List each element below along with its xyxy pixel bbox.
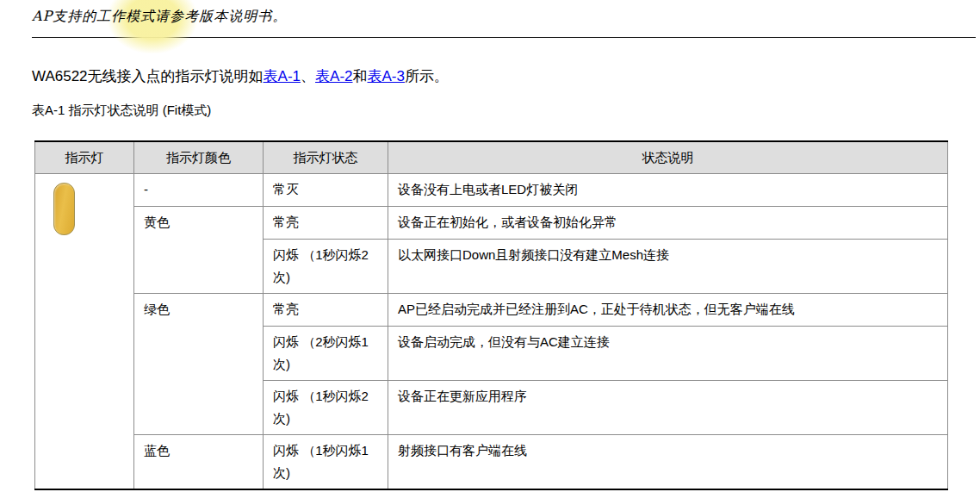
table-row: - 常灭 设备没有上电或者LED灯被关闭 [35,174,948,207]
desc-cell: 射频接口有客户端在线 [388,435,948,490]
section-divider [32,37,976,38]
link-table-a3[interactable]: 表A-3 [368,68,405,84]
intro-prefix: WA6522无线接入点的指示灯说明如 [32,68,264,84]
header-indicator-color: 指示灯颜色 [134,141,264,174]
table-caption: 表A-1 指示灯状态说明 (Fit模式) [32,102,980,119]
header-state-description: 状态说明 [388,141,948,174]
state-cell: 常灭 [264,174,388,207]
color-cell: 蓝色 [134,435,264,490]
document-page: { "page": { "note_line": "AP支持的工作模式请参考版本… [0,0,980,492]
state-cell: 闪烁 （1秒闪烁1次) [264,435,388,490]
state-cell: 闪烁 （1秒闪烁2次) [264,381,388,435]
color-cell: 黄色 [134,207,264,294]
state-cell: 闪烁 （2秒闪烁1次) [264,327,388,381]
intro-suffix: 所示。 [405,68,449,84]
header-indicator-state: 指示灯状态 [264,141,388,174]
led-status-table: 指示灯 指示灯颜色 指示灯状态 状态说明 - 常灭 设备没有上电或者LED灯被关… [34,140,948,490]
state-cell: 常亮 [264,294,388,327]
desc-cell: 设备没有上电或者LED灯被关闭 [388,174,948,207]
note-section: AP支持的工作模式请参考版本说明书。 [32,0,980,32]
desc-cell: 设备正在初始化，或者设备初始化异常 [388,207,948,240]
table-header-row: 指示灯 指示灯颜色 指示灯状态 状态说明 [35,141,948,174]
header-indicator: 指示灯 [35,141,134,174]
desc-cell: AP已经启动完成并已经注册到AC，正处于待机状态，但无客户端在线 [388,294,948,327]
table-row: 绿色 常亮 AP已经启动完成并已经注册到AC，正处于待机状态，但无客户端在线 [35,294,948,327]
table-row: 蓝色 闪烁 （1秒闪烁1次) 射频接口有客户端在线 [35,435,948,490]
intro-separator-2: 和 [353,68,368,84]
color-cell: 绿色 [134,294,264,435]
link-table-a2[interactable]: 表A-2 [315,68,352,84]
yellow-led-pill-icon [53,183,75,235]
note-text: AP支持的工作模式请参考版本说明书。 [32,8,980,26]
table-row: 黄色 常亮 设备正在初始化，或者设备初始化异常 [35,207,948,240]
desc-cell: 设备正在更新应用程序 [388,381,948,435]
state-cell: 闪烁 （1秒闪烁2次) [264,240,388,294]
link-table-a1[interactable]: 表A-1 [264,68,301,84]
led-indicator-cell [35,174,134,490]
intro-separator-1: 、 [301,68,315,84]
desc-cell: 以太网接口Down且射频接口没有建立Mesh连接 [388,240,948,294]
state-cell: 常亮 [264,207,388,240]
color-cell: - [134,174,264,207]
desc-cell: 设备启动完成，但没有与AC建立连接 [388,327,948,381]
intro-paragraph: WA6522无线接入点的指示灯说明如表A-1、表A-2和表A-3所示。 [32,66,980,86]
